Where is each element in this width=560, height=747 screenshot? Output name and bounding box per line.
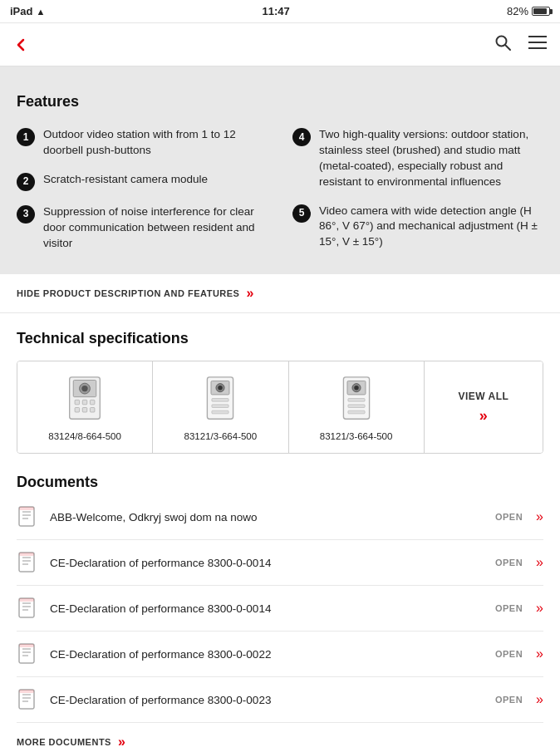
doc-icon-5 [17,688,40,711]
specs-section: Technical specifications 83124/8-664-5 [0,313,560,454]
svg-rect-14 [91,407,96,412]
view-all-chevrons-icon: » [479,407,488,425]
svg-rect-38 [19,553,34,556]
feature-number-5: 5 [292,204,311,223]
svg-rect-13 [82,407,87,412]
doc-item-4[interactable]: CE-Declaration of performance 8300-0-002… [17,632,543,677]
svg-rect-12 [75,407,80,412]
svg-rect-21 [212,410,228,414]
top-divider [0,66,560,73]
doc-arrow-2: » [536,555,543,570]
spec-label-3: 83121/3-664-500 [320,431,393,441]
svg-rect-53 [19,690,34,693]
spec-card-2[interactable]: 83121/3-664-500 [153,361,288,453]
svg-rect-48 [19,644,34,647]
specs-cards: 83124/8-664-500 83121/3-664-500 [17,361,543,454]
doc-open-3: OPEN [495,603,523,613]
status-time: 11:47 [263,5,290,17]
features-title: Features [17,93,543,111]
spec-label-2: 83121/3-664-500 [184,431,258,441]
doc-open-5: OPEN [495,695,523,705]
doc-arrow-5: » [536,692,543,707]
doc-open-2: OPEN [495,558,523,568]
svg-rect-28 [348,410,365,414]
feature-item-5: 5 Video camera with wide detection angle… [292,204,543,251]
svg-point-25 [354,386,359,391]
feature-item-1: 1 Outdoor video station with from 1 to 1… [17,127,268,159]
doc-icon-1 [17,505,40,528]
menu-icon[interactable] [528,35,547,54]
back-button[interactable] [13,37,28,52]
features-section: Features 1 Outdoor video station with fr… [0,73,560,274]
spec-card-3[interactable]: 83121/3-664-500 [289,361,425,453]
more-docs-label: MORE DOCUMENTS [17,737,111,747]
docs-section: Documents ABB-Welcome, Odkryj swoj dom n… [0,474,560,723]
view-all-card[interactable]: VIEW ALL » [425,361,543,453]
more-docs-chevrons-icon: » [118,735,125,747]
feature-item-4: 4 Two high-quality versions: outdoor sta… [292,127,543,190]
top-nav [0,23,560,66]
svg-point-18 [219,386,224,391]
feature-item-2: 2 Scratch-resistant camera module [17,172,268,191]
spec-label-1: 83124/8-664-500 [48,431,121,441]
svg-rect-11 [91,400,96,405]
svg-rect-9 [75,400,80,405]
status-bar: iPad ▲ 11:47 82% [0,0,560,23]
doc-arrow-3: » [536,601,543,616]
svg-line-1 [505,45,510,50]
feature-number-2: 2 [17,173,35,191]
doc-name-3: CE-Declaration of performance 8300-0-001… [50,602,485,615]
spec-image-2 [195,373,245,423]
feature-number-1: 1 [17,128,35,146]
spec-image-1 [60,373,110,423]
specs-title: Technical specifications [17,330,543,347]
doc-item-1[interactable]: ABB-Welcome, Odkryj swoj dom na nowo OPE… [17,494,543,540]
status-left: iPad ▲ [10,5,45,17]
svg-rect-26 [348,398,365,401]
doc-open-1: OPEN [495,512,523,522]
feature-text-1: Outdoor video station with from 1 to 12 … [43,127,268,159]
svg-rect-10 [82,400,87,405]
svg-rect-27 [348,405,365,408]
features-grid: 1 Outdoor video station with from 1 to 1… [17,127,543,251]
battery-text: 82% [507,5,528,17]
doc-icon-4 [17,642,40,666]
doc-name-5: CE-Declaration of performance 8300-0-002… [50,694,485,706]
nav-right [494,33,547,56]
svg-rect-33 [19,507,34,510]
svg-point-8 [81,386,87,391]
feature-number-3: 3 [17,205,35,224]
feature-text-2: Scratch-resistant camera module [43,172,268,188]
doc-name-4: CE-Declaration of performance 8300-0-002… [50,648,485,661]
svg-rect-19 [212,398,228,401]
feature-text-3: Suppression of noise interference for cl… [43,204,268,252]
doc-item-3[interactable]: CE-Declaration of performance 8300-0-001… [17,586,543,632]
feature-number-4: 4 [292,128,311,146]
spec-card-1[interactable]: 83124/8-664-500 [17,361,153,453]
svg-rect-43 [19,598,34,602]
feature-item-3: 3 Suppression of noise interference for … [17,204,268,252]
doc-item-5[interactable]: CE-Declaration of performance 8300-0-002… [17,677,543,723]
docs-title: Documents [17,474,543,491]
search-icon[interactable] [494,33,512,56]
doc-open-4: OPEN [495,649,523,659]
doc-icon-2 [17,551,40,574]
status-right: 82% [507,5,550,17]
toggle-label: HIDE PRODUCT DESCRIPTION AND FEATURES [17,288,239,298]
feature-text-4: Two high-quality versions: outdoor stati… [319,127,543,190]
more-docs-button[interactable]: MORE DOCUMENTS » [0,723,560,747]
doc-arrow-4: » [536,646,543,661]
doc-item-2[interactable]: CE-Declaration of performance 8300-0-001… [17,540,543,586]
battery-icon [532,7,550,16]
doc-name-2: CE-Declaration of performance 8300-0-001… [50,557,485,569]
feature-text-5: Video camera with wide detection angle (… [319,204,543,251]
svg-rect-20 [212,405,228,408]
device-name: iPad [10,5,32,17]
doc-icon-3 [17,597,40,620]
doc-arrow-1: » [536,509,543,524]
view-all-label: VIEW ALL [458,391,508,402]
spec-image-3 [332,373,381,423]
doc-name-1: ABB-Welcome, Odkryj swoj dom na nowo [50,511,485,523]
toggle-hide-button[interactable]: HIDE PRODUCT DESCRIPTION AND FEATURES » [0,274,560,313]
wifi-icon: ▲ [36,7,45,17]
